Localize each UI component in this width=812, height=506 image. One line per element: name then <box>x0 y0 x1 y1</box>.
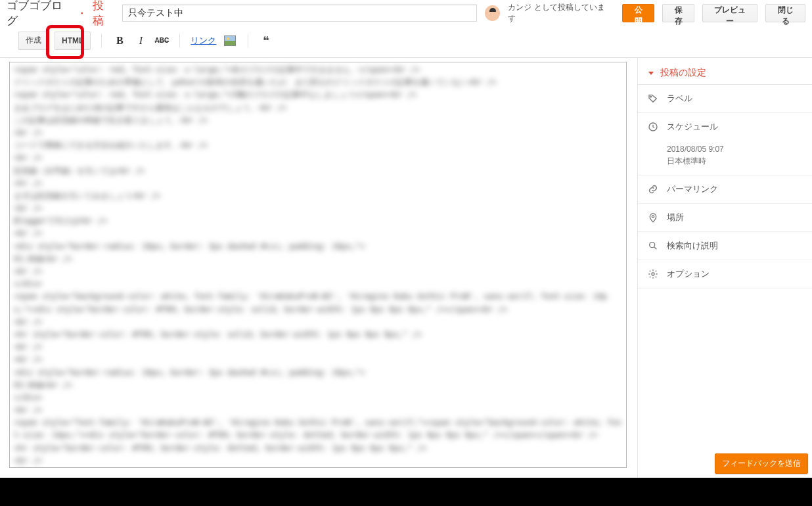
svg-point-2 <box>652 216 654 218</box>
sidebar-item-label: ラベル <box>667 93 692 104</box>
link-icon <box>647 183 659 195</box>
tag-icon <box>647 93 659 104</box>
sidebar-item-label: パーマリンク <box>667 183 718 195</box>
html-mode-button[interactable]: HTML <box>55 32 91 50</box>
svg-point-4 <box>652 273 654 275</box>
sidebar-item-labels[interactable]: ラベル <box>638 85 812 113</box>
header-bar: ゴブゴブログ ・ 投稿 カンジ として投稿しています 公開 保存 プレビュー 閉… <box>0 0 812 24</box>
posting-as-label: カンジ として投稿しています <box>508 2 609 24</box>
sidebar-item-label: 検索向け説明 <box>667 240 718 252</box>
location-icon <box>647 212 659 223</box>
bold-button[interactable]: B <box>112 34 127 48</box>
feedback-button[interactable]: フィードバックを送信 <box>715 453 808 474</box>
image-icon <box>224 35 236 46</box>
toolbar-separator <box>179 34 180 48</box>
blog-name: ゴブゴブログ <box>7 0 71 28</box>
toolbar-separator <box>101 34 102 48</box>
schedule-value: 2018/08/05 9:07 日本標準時 <box>638 141 812 175</box>
link-button[interactable]: リンク <box>191 35 216 47</box>
search-icon <box>647 240 659 252</box>
separator-dot: ・ <box>76 6 87 21</box>
post-title-input[interactable] <box>122 5 477 22</box>
close-button[interactable]: 閉じる <box>765 4 805 22</box>
svg-point-3 <box>650 242 655 248</box>
schedule-datetime: 2018/08/05 9:07 <box>667 143 803 155</box>
schedule-timezone: 日本標準時 <box>667 155 803 167</box>
image-button[interactable] <box>223 34 237 48</box>
strikethrough-button[interactable]: ABC <box>154 34 169 48</box>
clock-icon <box>647 121 659 133</box>
compose-mode-button[interactable]: 作成 <box>18 32 48 50</box>
toolbar-separator <box>248 34 248 48</box>
post-settings-title: 投稿の設定 <box>660 67 706 78</box>
preview-button[interactable]: プレビュー <box>702 4 757 22</box>
save-button[interactable]: 保存 <box>662 4 694 22</box>
svg-point-0 <box>650 97 652 98</box>
italic-button[interactable]: I <box>133 34 148 48</box>
sidebar-item-options[interactable]: オプション <box>638 260 812 288</box>
sidebar-item-label: オプション <box>667 268 710 280</box>
post-settings-header[interactable]: 投稿の設定 <box>638 58 812 85</box>
sidebar-item-schedule[interactable]: スケジュール <box>638 113 812 141</box>
editor-content[interactable]: <span style="color: red; font-size: x-la… <box>10 62 626 468</box>
post-breadcrumb[interactable]: 投稿 <box>93 0 114 28</box>
html-editor[interactable]: <span style="color: red; font-size: x-la… <box>9 62 627 468</box>
sidebar-item-label: 場所 <box>667 212 684 223</box>
avatar[interactable] <box>485 5 500 21</box>
editor-toolbar: 作成 HTML B I ABC リンク ❝ <box>0 24 812 58</box>
sidebar-item-permalink[interactable]: パーマリンク <box>638 175 812 204</box>
quote-button[interactable]: ❝ <box>259 34 273 48</box>
sidebar-item-location[interactable]: 場所 <box>638 204 812 232</box>
gear-icon <box>647 268 659 280</box>
sidebar-item-search-description[interactable]: 検索向け説明 <box>638 232 812 260</box>
publish-button[interactable]: 公開 <box>622 4 654 22</box>
post-settings-sidebar: 投稿の設定 ラベル スケジュール 2018/08/05 9:07 日本標準時 <box>637 58 812 478</box>
sidebar-item-label: スケジュール <box>667 121 718 133</box>
collapse-triangle-icon <box>648 72 654 75</box>
